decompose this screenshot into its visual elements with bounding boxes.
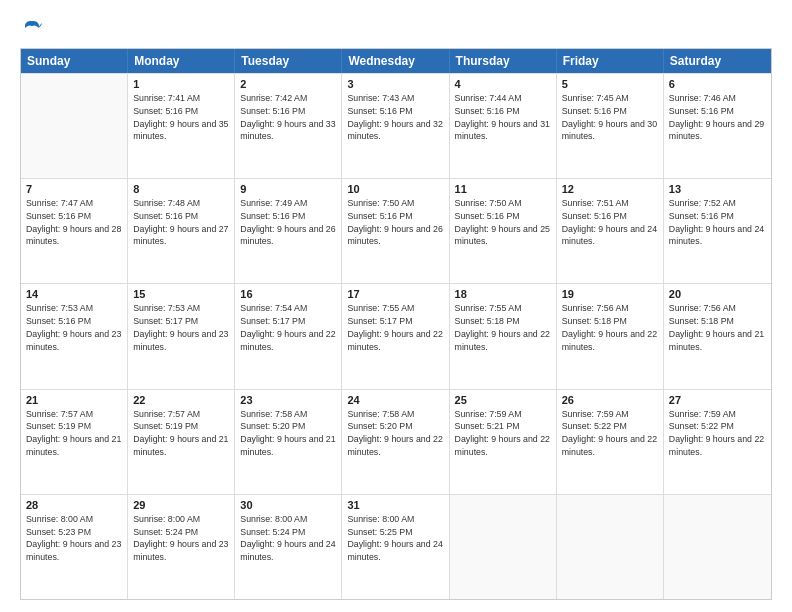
day-number: 18 bbox=[455, 288, 551, 300]
calendar-cell: 2Sunrise: 7:42 AM Sunset: 5:16 PM Daylig… bbox=[235, 74, 342, 178]
day-number: 26 bbox=[562, 394, 658, 406]
header-cell-monday: Monday bbox=[128, 49, 235, 73]
day-number: 3 bbox=[347, 78, 443, 90]
calendar-cell: 1Sunrise: 7:41 AM Sunset: 5:16 PM Daylig… bbox=[128, 74, 235, 178]
calendar-cell: 13Sunrise: 7:52 AM Sunset: 5:16 PM Dayli… bbox=[664, 179, 771, 283]
calendar-cell: 7Sunrise: 7:47 AM Sunset: 5:16 PM Daylig… bbox=[21, 179, 128, 283]
calendar-row-4: 21Sunrise: 7:57 AM Sunset: 5:19 PM Dayli… bbox=[21, 389, 771, 494]
day-info: Sunrise: 7:59 AM Sunset: 5:22 PM Dayligh… bbox=[669, 408, 766, 459]
day-info: Sunrise: 7:57 AM Sunset: 5:19 PM Dayligh… bbox=[26, 408, 122, 459]
calendar-grid: SundayMondayTuesdayWednesdayThursdayFrid… bbox=[20, 48, 772, 600]
day-info: Sunrise: 7:54 AM Sunset: 5:17 PM Dayligh… bbox=[240, 302, 336, 353]
day-number: 15 bbox=[133, 288, 229, 300]
day-number: 28 bbox=[26, 499, 122, 511]
calendar-page: SundayMondayTuesdayWednesdayThursdayFrid… bbox=[0, 0, 792, 612]
calendar-cell: 16Sunrise: 7:54 AM Sunset: 5:17 PM Dayli… bbox=[235, 284, 342, 388]
day-info: Sunrise: 7:52 AM Sunset: 5:16 PM Dayligh… bbox=[669, 197, 766, 248]
day-number: 13 bbox=[669, 183, 766, 195]
logo bbox=[20, 18, 42, 38]
day-info: Sunrise: 7:50 AM Sunset: 5:16 PM Dayligh… bbox=[347, 197, 443, 248]
calendar-row-1: 1Sunrise: 7:41 AM Sunset: 5:16 PM Daylig… bbox=[21, 73, 771, 178]
day-number: 5 bbox=[562, 78, 658, 90]
calendar-cell: 31Sunrise: 8:00 AM Sunset: 5:25 PM Dayli… bbox=[342, 495, 449, 599]
calendar-cell: 15Sunrise: 7:53 AM Sunset: 5:17 PM Dayli… bbox=[128, 284, 235, 388]
calendar-cell: 8Sunrise: 7:48 AM Sunset: 5:16 PM Daylig… bbox=[128, 179, 235, 283]
day-info: Sunrise: 7:55 AM Sunset: 5:17 PM Dayligh… bbox=[347, 302, 443, 353]
day-info: Sunrise: 7:42 AM Sunset: 5:16 PM Dayligh… bbox=[240, 92, 336, 143]
day-number: 10 bbox=[347, 183, 443, 195]
day-number: 11 bbox=[455, 183, 551, 195]
day-info: Sunrise: 7:46 AM Sunset: 5:16 PM Dayligh… bbox=[669, 92, 766, 143]
day-number: 23 bbox=[240, 394, 336, 406]
calendar-cell: 27Sunrise: 7:59 AM Sunset: 5:22 PM Dayli… bbox=[664, 390, 771, 494]
day-number: 4 bbox=[455, 78, 551, 90]
calendar-cell: 23Sunrise: 7:58 AM Sunset: 5:20 PM Dayli… bbox=[235, 390, 342, 494]
day-number: 1 bbox=[133, 78, 229, 90]
calendar-cell: 11Sunrise: 7:50 AM Sunset: 5:16 PM Dayli… bbox=[450, 179, 557, 283]
calendar-body: 1Sunrise: 7:41 AM Sunset: 5:16 PM Daylig… bbox=[21, 73, 771, 599]
day-number: 31 bbox=[347, 499, 443, 511]
calendar-cell: 26Sunrise: 7:59 AM Sunset: 5:22 PM Dayli… bbox=[557, 390, 664, 494]
day-number: 21 bbox=[26, 394, 122, 406]
calendar-cell bbox=[21, 74, 128, 178]
day-info: Sunrise: 7:56 AM Sunset: 5:18 PM Dayligh… bbox=[562, 302, 658, 353]
header-cell-sunday: Sunday bbox=[21, 49, 128, 73]
calendar-cell bbox=[557, 495, 664, 599]
calendar-cell: 17Sunrise: 7:55 AM Sunset: 5:17 PM Dayli… bbox=[342, 284, 449, 388]
day-number: 16 bbox=[240, 288, 336, 300]
day-info: Sunrise: 7:58 AM Sunset: 5:20 PM Dayligh… bbox=[347, 408, 443, 459]
calendar-cell: 28Sunrise: 8:00 AM Sunset: 5:23 PM Dayli… bbox=[21, 495, 128, 599]
day-info: Sunrise: 7:48 AM Sunset: 5:16 PM Dayligh… bbox=[133, 197, 229, 248]
day-info: Sunrise: 7:41 AM Sunset: 5:16 PM Dayligh… bbox=[133, 92, 229, 143]
day-info: Sunrise: 7:50 AM Sunset: 5:16 PM Dayligh… bbox=[455, 197, 551, 248]
day-number: 14 bbox=[26, 288, 122, 300]
day-number: 2 bbox=[240, 78, 336, 90]
day-number: 22 bbox=[133, 394, 229, 406]
day-info: Sunrise: 7:45 AM Sunset: 5:16 PM Dayligh… bbox=[562, 92, 658, 143]
day-info: Sunrise: 8:00 AM Sunset: 5:23 PM Dayligh… bbox=[26, 513, 122, 564]
day-info: Sunrise: 7:57 AM Sunset: 5:19 PM Dayligh… bbox=[133, 408, 229, 459]
calendar-cell: 21Sunrise: 7:57 AM Sunset: 5:19 PM Dayli… bbox=[21, 390, 128, 494]
day-number: 20 bbox=[669, 288, 766, 300]
day-number: 30 bbox=[240, 499, 336, 511]
calendar-cell: 19Sunrise: 7:56 AM Sunset: 5:18 PM Dayli… bbox=[557, 284, 664, 388]
day-info: Sunrise: 8:00 AM Sunset: 5:24 PM Dayligh… bbox=[133, 513, 229, 564]
calendar-cell: 18Sunrise: 7:55 AM Sunset: 5:18 PM Dayli… bbox=[450, 284, 557, 388]
header-cell-tuesday: Tuesday bbox=[235, 49, 342, 73]
day-number: 19 bbox=[562, 288, 658, 300]
calendar-row-5: 28Sunrise: 8:00 AM Sunset: 5:23 PM Dayli… bbox=[21, 494, 771, 599]
header-cell-saturday: Saturday bbox=[664, 49, 771, 73]
calendar-header: SundayMondayTuesdayWednesdayThursdayFrid… bbox=[21, 49, 771, 73]
calendar-cell: 3Sunrise: 7:43 AM Sunset: 5:16 PM Daylig… bbox=[342, 74, 449, 178]
header-cell-wednesday: Wednesday bbox=[342, 49, 449, 73]
calendar-cell bbox=[664, 495, 771, 599]
day-number: 12 bbox=[562, 183, 658, 195]
calendar-cell: 10Sunrise: 7:50 AM Sunset: 5:16 PM Dayli… bbox=[342, 179, 449, 283]
day-info: Sunrise: 8:00 AM Sunset: 5:25 PM Dayligh… bbox=[347, 513, 443, 564]
header-cell-thursday: Thursday bbox=[450, 49, 557, 73]
calendar-row-2: 7Sunrise: 7:47 AM Sunset: 5:16 PM Daylig… bbox=[21, 178, 771, 283]
calendar-cell: 22Sunrise: 7:57 AM Sunset: 5:19 PM Dayli… bbox=[128, 390, 235, 494]
calendar-cell bbox=[450, 495, 557, 599]
calendar-row-3: 14Sunrise: 7:53 AM Sunset: 5:16 PM Dayli… bbox=[21, 283, 771, 388]
day-number: 7 bbox=[26, 183, 122, 195]
day-number: 29 bbox=[133, 499, 229, 511]
page-header bbox=[20, 18, 772, 38]
day-number: 27 bbox=[669, 394, 766, 406]
day-info: Sunrise: 7:49 AM Sunset: 5:16 PM Dayligh… bbox=[240, 197, 336, 248]
calendar-cell: 24Sunrise: 7:58 AM Sunset: 5:20 PM Dayli… bbox=[342, 390, 449, 494]
calendar-cell: 30Sunrise: 8:00 AM Sunset: 5:24 PM Dayli… bbox=[235, 495, 342, 599]
day-info: Sunrise: 7:47 AM Sunset: 5:16 PM Dayligh… bbox=[26, 197, 122, 248]
day-number: 24 bbox=[347, 394, 443, 406]
day-number: 9 bbox=[240, 183, 336, 195]
calendar-cell: 29Sunrise: 8:00 AM Sunset: 5:24 PM Dayli… bbox=[128, 495, 235, 599]
calendar-cell: 25Sunrise: 7:59 AM Sunset: 5:21 PM Dayli… bbox=[450, 390, 557, 494]
logo-bird-icon bbox=[22, 18, 42, 38]
calendar-cell: 20Sunrise: 7:56 AM Sunset: 5:18 PM Dayli… bbox=[664, 284, 771, 388]
calendar-cell: 9Sunrise: 7:49 AM Sunset: 5:16 PM Daylig… bbox=[235, 179, 342, 283]
calendar-cell: 4Sunrise: 7:44 AM Sunset: 5:16 PM Daylig… bbox=[450, 74, 557, 178]
calendar-cell: 5Sunrise: 7:45 AM Sunset: 5:16 PM Daylig… bbox=[557, 74, 664, 178]
calendar-cell: 14Sunrise: 7:53 AM Sunset: 5:16 PM Dayli… bbox=[21, 284, 128, 388]
day-info: Sunrise: 7:59 AM Sunset: 5:21 PM Dayligh… bbox=[455, 408, 551, 459]
header-cell-friday: Friday bbox=[557, 49, 664, 73]
